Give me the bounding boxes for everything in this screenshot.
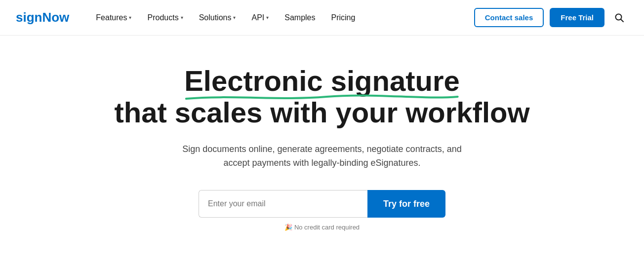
hero-title: Electronic signature that scales with yo… — [114, 65, 529, 128]
chevron-down-icon: ▾ — [181, 15, 183, 20]
chevron-down-icon: ▾ — [266, 15, 269, 20]
try-free-button[interactable]: Try for free — [367, 190, 445, 218]
logo[interactable]: signNow — [16, 10, 69, 25]
chevron-down-icon: ▾ — [129, 15, 131, 20]
search-button[interactable] — [610, 9, 628, 27]
svg-line-1 — [621, 19, 623, 22]
hero-title-line1: Electronic signature — [114, 65, 529, 97]
underline-decoration — [184, 94, 460, 101]
nav-samples-label: Samples — [284, 13, 315, 22]
underline-wrapper: Electronic signature — [184, 65, 460, 97]
nav-item-solutions[interactable]: Solutions ▾ — [192, 9, 243, 26]
email-input[interactable] — [199, 190, 367, 218]
nav-item-features[interactable]: Features ▾ — [89, 9, 138, 26]
hero-form: Try for free — [199, 190, 445, 218]
no-credit-card-note: 🎉 No credit card required — [284, 224, 360, 231]
nav-api-label: API — [251, 13, 264, 22]
contact-sales-button[interactable]: Contact sales — [474, 8, 544, 27]
logo-text: signNow — [16, 10, 69, 25]
nav-item-products[interactable]: Products ▾ — [140, 9, 190, 26]
hero-title-line2: that scales with your workflow — [114, 97, 529, 128]
nav-item-api[interactable]: API ▾ — [244, 9, 276, 26]
navbar: signNow Features ▾ Products ▾ Solutions … — [0, 0, 644, 36]
nav-solutions-label: Solutions — [199, 13, 232, 22]
nav-products-label: Products — [147, 13, 178, 22]
party-emoji: 🎉 — [284, 224, 292, 231]
nav-features-label: Features — [96, 13, 127, 22]
nav-item-pricing[interactable]: Pricing — [324, 9, 362, 26]
chevron-down-icon: ▾ — [233, 15, 236, 20]
hero-subtitle: Sign documents online, generate agreemen… — [174, 142, 470, 171]
nav-item-samples[interactable]: Samples — [278, 9, 322, 26]
nav-links: Features ▾ Products ▾ Solutions ▾ API ▾ … — [89, 9, 474, 26]
nav-actions: Contact sales Free Trial — [474, 8, 628, 27]
nav-pricing-label: Pricing — [331, 13, 356, 22]
hero-section: Electronic signature that scales with yo… — [0, 36, 644, 251]
free-trial-button[interactable]: Free Trial — [550, 8, 604, 27]
no-credit-card-text: No credit card required — [294, 224, 360, 231]
search-icon — [614, 13, 624, 23]
